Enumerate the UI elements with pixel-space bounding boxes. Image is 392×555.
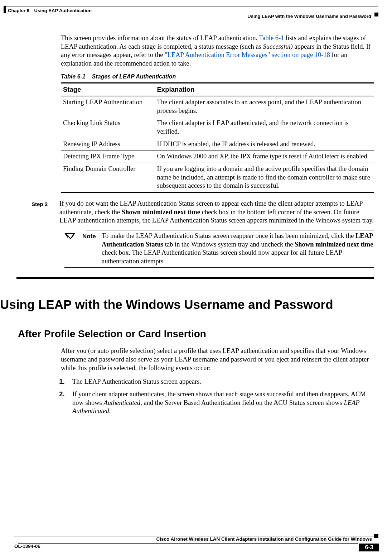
step-label: Step 2 — [32, 200, 53, 279]
note-label: Note — [82, 232, 97, 266]
note-body: To make the LEAP Authentication Status s… — [102, 232, 374, 266]
cell-stage: Checking Link Status — [61, 117, 155, 138]
th-explanation: Explanation — [155, 83, 374, 96]
events-list: The LEAP Authentication Status screen ap… — [61, 377, 374, 416]
list-item: If your client adapter authenticates, th… — [70, 390, 374, 416]
note-bold2: Shown minimized next time — [295, 241, 373, 248]
li2-e: . — [109, 407, 111, 415]
note-c: tab in the Windows system tray and unche… — [163, 241, 295, 248]
cell-exp: The client adapter associates to an acce… — [155, 96, 374, 117]
footer-rule-2 — [18, 543, 358, 544]
note-icon — [64, 232, 77, 266]
header-left: Chapter 6 Using EAP Authentication — [8, 8, 92, 14]
header-left-mark — [4, 6, 6, 13]
li2-ital1: Authenticated — [103, 399, 140, 406]
cell-exp: If you are logging into a domain and the… — [155, 163, 374, 192]
cell-exp: The client adapter is LEAP authenticated… — [155, 117, 374, 138]
after-profile-paragraph: After you (or auto profile selection) se… — [61, 347, 374, 372]
table-caption: Table 6-1Stages of LEAP Authentication — [61, 73, 374, 80]
note-block: Note To make the LEAP Authentication Sta… — [64, 230, 374, 268]
section-divider — [16, 277, 374, 279]
cell-stage: Starting LEAP Authentication — [61, 96, 155, 117]
header-chapter-num: Chapter 6 — [8, 8, 29, 13]
table-row: Checking Link StatusThe client adapter i… — [61, 117, 374, 138]
intro-paragraph: This screen provides information about t… — [61, 34, 374, 68]
table-row: Finding Domain ControllerIf you are logg… — [61, 163, 374, 192]
link-table-ref[interactable]: Table 6-1 — [259, 34, 284, 42]
h1-using-leap-windows: Using LEAP with the Windows Username and… — [0, 297, 374, 313]
table-row: Detecting IPX Frame TypeOn Windows 2000 … — [61, 150, 374, 163]
cell-exp: If DHCP is enabled, the IP address is re… — [155, 138, 374, 150]
li1-text: The LEAP Authentication Status screen ap… — [72, 378, 201, 385]
footer-title: Cisco Aironet Wireless LAN Client Adapte… — [156, 536, 372, 542]
h2-after-profile: After Profile Selection or Card Insertio… — [18, 327, 374, 340]
link-error-messages[interactable]: "LEAP Authentication Error Messages" sec… — [165, 51, 330, 58]
step-2-paragraph: If you do not want the LEAP Authenticati… — [59, 200, 374, 225]
table-caption-title: Stages of LEAP Authentication — [92, 73, 176, 80]
step2-bold: Shown minimized next time — [122, 209, 200, 216]
intro-pre: This screen provides information about t… — [61, 34, 259, 42]
footer-mark — [374, 534, 378, 538]
table-row: Starting LEAP AuthenticationThe client a… — [61, 96, 374, 117]
cell-exp: On Windows 2000 and XP, the IPX frame ty… — [155, 150, 374, 163]
header-right-mark — [374, 13, 378, 16]
header-section: Using LEAP with the Windows Username and… — [247, 14, 371, 20]
cell-stage: Detecting IPX Frame Type — [61, 150, 155, 163]
intro-ital: Successful) — [263, 43, 292, 50]
note-e: check box. The LEAP Authentication Statu… — [102, 249, 342, 265]
header-chapter-title: Using EAP Authentication — [34, 8, 92, 13]
table-caption-num: Table 6-1 — [61, 73, 86, 80]
note-a: To make the LEAP Authentication Status s… — [102, 232, 355, 239]
stages-table: Stage Explanation Starting LEAP Authenti… — [61, 82, 374, 193]
cell-stage: Renewing IP Address — [61, 138, 155, 150]
step-2: Step 2 If you do not want the LEAP Authe… — [32, 200, 374, 279]
footer-page-number: 6-3 — [359, 544, 379, 551]
cell-stage: Finding Domain Controller — [61, 163, 155, 192]
table-row: Renewing IP AddressIf DHCP is enabled, t… — [61, 138, 374, 150]
list-item: The LEAP Authentication Status screen ap… — [70, 377, 374, 386]
li2-c: , and the Server Based Authentication fi… — [140, 399, 344, 406]
footer-docnum: OL-1394-06 — [14, 543, 40, 549]
th-stage: Stage — [61, 83, 155, 96]
